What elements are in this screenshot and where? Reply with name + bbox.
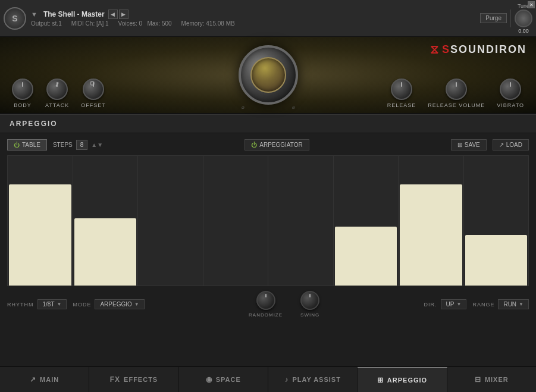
tune-value: 0.00	[518, 28, 529, 34]
release-knob[interactable]	[391, 79, 412, 100]
right-controls: RELEASE RELEASE VOLUME VIBRATO	[387, 79, 524, 108]
section-title: ARPEGGIO	[10, 120, 58, 128]
release-vol-knob[interactable]	[446, 79, 467, 100]
output-info: Output: st.1	[31, 20, 62, 27]
mode-select[interactable]: ARPEGGIO ▼	[95, 299, 144, 309]
soundiron-text: SSOUNDIRON	[442, 43, 526, 56]
nav-tab-icon-main: ↗	[30, 375, 36, 384]
steps-stepper[interactable]: ▲▼	[91, 142, 103, 148]
prev-btn[interactable]: ◀	[108, 10, 118, 19]
soundiron-logo: ⧖ SSOUNDIRON	[430, 43, 526, 57]
nav-tab-icon-play-assist: ♪	[284, 375, 289, 384]
mode-label: MODE	[73, 302, 91, 308]
dir-dropdown-arrow: ▼	[456, 302, 461, 307]
offset-control: OFFSET	[81, 79, 106, 108]
main-knob[interactable]	[239, 45, 298, 105]
bottom-nav: ↗MAINFXEFFECTS◉SPACE♪PLAY ASSIST⊞ARPEGGI…	[0, 366, 536, 392]
dir-label: DIR.	[424, 302, 437, 308]
release-label: RELEASE	[387, 102, 416, 108]
center-knobs: RANDOMIZE SWING	[151, 291, 418, 318]
attack-control: ATTACK	[45, 79, 69, 108]
vibrato-control: VIBRATO	[497, 79, 524, 108]
arpeggiator-button[interactable]: ⏻ ARPEGGIATOR	[245, 139, 309, 150]
grid-bar-1	[74, 218, 137, 286]
grid-column-5[interactable]	[334, 156, 399, 286]
range-label: RANGE	[472, 302, 494, 308]
top-bar: S ▼ The Shell - Master ◀ ▶ Output: st.1 …	[0, 0, 536, 37]
grid-column-6[interactable]	[399, 156, 464, 286]
release-vol-control: RELEASE VOLUME	[428, 79, 485, 108]
purge-button[interactable]: Purge	[480, 13, 507, 23]
vibrato-knob[interactable]	[500, 79, 521, 100]
grid-column-2[interactable]	[138, 156, 203, 286]
dir-select[interactable]: UP ▼	[441, 299, 467, 309]
nav-tab-label-arpeggio: ARPEGGIO	[387, 377, 427, 384]
tune-knob[interactable]	[515, 10, 532, 27]
body-label: BODY	[14, 102, 32, 108]
steps-value: 8	[76, 140, 88, 150]
offset-knob[interactable]	[83, 79, 104, 100]
logo: S	[4, 7, 26, 30]
swing-knob[interactable]	[300, 291, 319, 310]
nav-tab-arpeggio[interactable]: ⊞ARPEGGIO	[358, 367, 447, 392]
randomize-group: RANDOMIZE	[249, 291, 283, 318]
arp-toolbar: ⏻ TABLE STEPS 8 ▲▼ ⏻ ARPEGGIATOR ⊞ SAVE …	[7, 139, 529, 150]
table-power-icon: ⏻	[14, 142, 20, 148]
swing-label: SWING	[300, 312, 319, 318]
save-button[interactable]: ⊞ SAVE	[451, 139, 487, 150]
grid-bar-5	[335, 227, 397, 286]
rhythm-group: RHYTHM 1/8T ▼	[7, 299, 67, 309]
body-control: BODY	[12, 79, 33, 108]
swing-group: SWING	[300, 291, 319, 318]
range-dropdown-arrow: ▼	[519, 302, 524, 307]
window-title: The Shell - Master	[43, 10, 105, 18]
nav-tab-icon-space: ◉	[206, 375, 212, 384]
grid-column-0[interactable]	[8, 156, 73, 286]
range-select[interactable]: RUN ▼	[498, 299, 529, 309]
rhythm-dropdown-arrow: ▼	[57, 302, 62, 307]
randomize-label: RANDOMIZE	[249, 312, 283, 318]
vibrato-label: VIBRATO	[497, 102, 524, 108]
main-knob-inner	[250, 57, 286, 93]
load-button[interactable]: ↗ LOAD	[493, 139, 529, 150]
close-button[interactable]: ✕	[528, 1, 535, 8]
attack-knob[interactable]	[46, 79, 68, 100]
arpeggio-grid[interactable]	[7, 155, 529, 286]
release-vol-label: RELEASE VOLUME	[428, 102, 485, 108]
rhythm-label: RHYTHM	[7, 302, 34, 308]
right-controls: DIR. UP ▼ RANGE RUN ▼	[424, 299, 529, 309]
memory-info: Memory: 415.08 MB	[181, 20, 235, 27]
grid-column-3[interactable]	[203, 156, 269, 286]
next-btn[interactable]: ▶	[119, 10, 128, 19]
arp-power-icon: ⏻	[251, 142, 257, 148]
nav-tab-label-effects: EFFECTS	[124, 376, 158, 383]
soundiron-s-icon: ⧖	[430, 43, 438, 57]
randomize-knob[interactable]	[256, 291, 275, 310]
section-header: ARPEGGIO	[0, 114, 536, 133]
grid-bar-0	[9, 184, 71, 286]
grid-column-7[interactable]	[464, 156, 529, 286]
grid-bar-7	[465, 235, 528, 286]
table-button[interactable]: ⏻ TABLE	[7, 139, 47, 150]
mode-group: MODE ARPEGGIO ▼	[73, 299, 144, 309]
body-knob[interactable]	[12, 79, 33, 100]
grid-bar-6	[400, 184, 462, 286]
nav-arrows[interactable]: ◀ ▶	[108, 10, 128, 19]
nav-tab-label-main: MAIN	[40, 376, 59, 383]
nav-tab-play-assist[interactable]: ♪PLAY ASSIST	[268, 367, 358, 392]
nav-tab-space[interactable]: ◉SPACE	[179, 367, 268, 392]
nav-tab-effects[interactable]: FXEFFECTS	[89, 367, 178, 392]
grid-column-4[interactable]	[268, 156, 334, 286]
rhythm-select[interactable]: 1/8T ▼	[37, 299, 67, 309]
release-control: RELEASE	[387, 79, 416, 108]
mode-dropdown-arrow: ▼	[134, 302, 139, 307]
nav-tab-main[interactable]: ↗MAIN	[0, 367, 89, 392]
nav-tab-label-mixer: MIXER	[485, 376, 509, 383]
top-right-controls: Purge Tune 0.00	[480, 3, 532, 34]
close-btn-area[interactable]: ✕	[528, 1, 535, 8]
grid-column-1[interactable]	[73, 156, 139, 286]
midi-info: MIDI Ch: [A] 1	[71, 20, 109, 27]
nav-tab-icon-mixer: ⊟	[475, 375, 481, 384]
tick-marks: ⌀ ⌀	[242, 105, 295, 110]
nav-tab-mixer[interactable]: ⊟MIXER	[447, 367, 536, 392]
